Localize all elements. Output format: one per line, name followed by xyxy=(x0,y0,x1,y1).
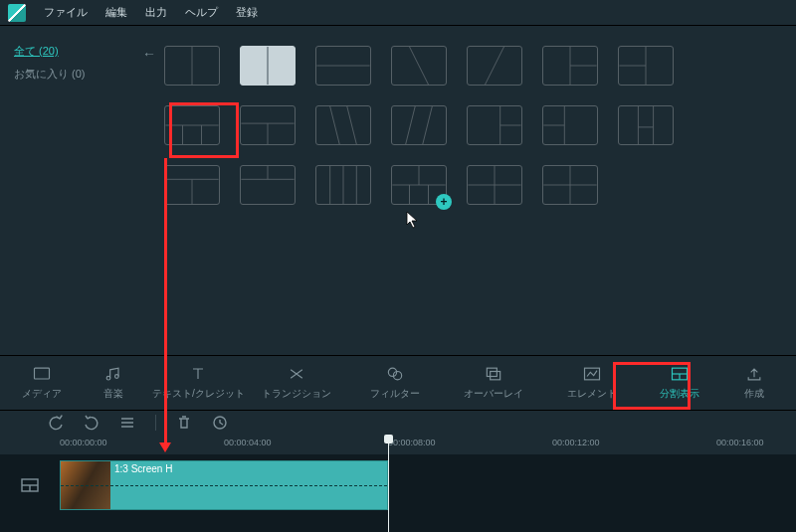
menu-file[interactable]: ファイル xyxy=(44,5,88,20)
tick-0: 00:00:00:00 xyxy=(60,438,107,447)
menu-bar: ファイル 編集 出力 ヘルプ 登録 xyxy=(0,0,796,26)
svg-line-3 xyxy=(410,47,429,85)
tab-export-label: 作成 xyxy=(744,387,764,401)
tab-element-label: エレメント xyxy=(567,387,617,401)
tab-transition[interactable]: トランジション xyxy=(248,360,346,406)
tab-filter[interactable]: フィルター xyxy=(346,360,445,406)
layout-2t1b[interactable] xyxy=(164,165,220,205)
layout-2row[interactable] xyxy=(315,46,371,86)
app-logo xyxy=(8,4,26,22)
layout-4grid2[interactable] xyxy=(542,165,598,205)
layout-3rect[interactable] xyxy=(618,105,674,145)
tab-filter-label: フィルター xyxy=(370,387,420,401)
tab-media-label: メディア xyxy=(22,387,62,401)
menu-help[interactable]: ヘルプ xyxy=(185,5,218,20)
svg-line-4 xyxy=(486,47,504,85)
tab-split-label: 分割表示 xyxy=(660,387,699,401)
tool-tabs: メディア 音楽 テキスト/クレジット トランジション フィルター オーバーレイ … xyxy=(0,355,796,411)
svg-line-15 xyxy=(347,106,357,144)
svg-line-14 xyxy=(330,106,340,144)
layout-diag-right[interactable] xyxy=(391,46,447,86)
back-arrow-icon[interactable]: ← xyxy=(142,46,156,62)
layout-3diag-l[interactable] xyxy=(315,105,371,145)
layout-2row-1r[interactable] xyxy=(542,105,598,145)
tab-music-label: 音楽 xyxy=(103,387,123,401)
clock-icon[interactable] xyxy=(212,415,228,431)
menu-register[interactable]: 登録 xyxy=(236,5,258,20)
svg-rect-47 xyxy=(490,372,499,380)
svg-line-16 xyxy=(406,106,416,144)
redo-icon[interactable] xyxy=(84,415,100,431)
clip-label: 1:3 Screen H xyxy=(110,461,176,476)
tick-2: 00:00:08:00 xyxy=(388,438,436,447)
layout-3diag-r[interactable] xyxy=(391,105,447,145)
svg-line-17 xyxy=(423,106,433,144)
divider xyxy=(155,415,156,431)
layout-tri-tl[interactable] xyxy=(542,46,598,86)
layout-2col[interactable] xyxy=(164,46,220,86)
list-icon[interactable] xyxy=(119,415,135,431)
trash-icon[interactable] xyxy=(176,415,192,431)
layout-gallery: + xyxy=(164,26,796,355)
svg-point-42 xyxy=(106,376,110,380)
tick-3: 00:00:12:00 xyxy=(552,438,600,447)
cursor-icon xyxy=(406,211,420,229)
add-layout-icon[interactable]: + xyxy=(436,194,452,210)
svg-rect-46 xyxy=(487,368,497,376)
sidebar-favorites[interactable]: お気に入り (0) xyxy=(14,67,150,82)
layout-tri-tr[interactable] xyxy=(618,46,674,86)
layout-1t2b[interactable] xyxy=(240,105,296,145)
edit-toolbar xyxy=(0,411,796,435)
timeline: 00:00:00:00 00:00:04:00 00:00:08:00 00:0… xyxy=(0,435,796,532)
layout-tri-bl[interactable] xyxy=(164,105,220,145)
tick-1: 00:00:04:00 xyxy=(224,438,272,447)
tab-overlay-label: オーバーレイ xyxy=(464,387,523,401)
menu-output[interactable]: 出力 xyxy=(145,5,167,20)
tab-text[interactable]: テキスト/クレジット xyxy=(149,360,248,406)
track-header[interactable] xyxy=(0,460,60,510)
layout-2col-selected[interactable] xyxy=(240,46,296,86)
layout-2l2tb[interactable] xyxy=(467,165,522,205)
sidebar-all-link[interactable]: 全て (20) xyxy=(14,45,59,57)
tab-transition-label: トランジション xyxy=(262,387,331,401)
layout-4col[interactable] xyxy=(315,165,371,205)
tab-media[interactable]: メディア xyxy=(6,360,78,406)
tab-export[interactable]: 作成 xyxy=(718,360,790,406)
menu-edit[interactable]: 編集 xyxy=(105,5,127,20)
tab-text-label: テキスト/クレジット xyxy=(152,387,245,401)
tab-element[interactable]: エレメント xyxy=(542,360,641,406)
layout-4grid[interactable]: + xyxy=(391,165,447,205)
svg-point-43 xyxy=(115,375,119,379)
layout-1l2r[interactable] xyxy=(240,165,296,205)
layout-2col-1r[interactable] xyxy=(467,105,522,145)
undo-icon[interactable] xyxy=(48,415,64,431)
tab-overlay[interactable]: オーバーレイ xyxy=(444,360,542,406)
timeline-ruler[interactable]: 00:00:00:00 00:00:04:00 00:00:08:00 00:0… xyxy=(0,435,796,454)
timeline-clip[interactable]: 1:3 Screen H xyxy=(60,460,388,510)
layout-diag-left[interactable] xyxy=(467,46,522,86)
tick-4: 00:00:16:00 xyxy=(716,438,764,447)
svg-rect-41 xyxy=(35,368,50,379)
tab-split[interactable]: 分割表示 xyxy=(641,360,718,406)
tab-music[interactable]: 音楽 xyxy=(78,360,149,406)
sidebar: 全て (20) お気に入り (0) ← xyxy=(0,26,164,355)
